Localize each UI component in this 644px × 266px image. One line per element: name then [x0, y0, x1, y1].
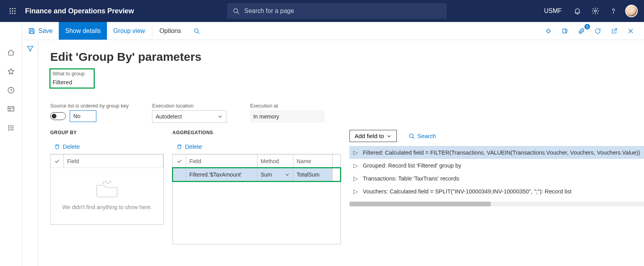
office-button[interactable] — [559, 25, 571, 37]
svg-marker-22 — [8, 69, 14, 75]
what-to-group-value[interactable]: Filtered — [50, 78, 94, 88]
agg-row-method-value: Sum — [260, 171, 272, 178]
trash-icon — [176, 144, 183, 150]
personalize-button[interactable] — [542, 25, 555, 37]
ds-item[interactable]: ▷ Grouped: Record list 'Filtered' group … — [349, 159, 644, 172]
home-icon — [7, 49, 15, 56]
search-icon — [409, 133, 415, 139]
refresh-button[interactable] — [592, 25, 604, 37]
empty-folder-icon — [94, 180, 119, 199]
svg-point-8 — [14, 13, 15, 14]
options-button[interactable]: Options — [153, 22, 187, 40]
agg-check-header[interactable] — [173, 155, 186, 168]
nav-home[interactable] — [2, 43, 20, 62]
find-button[interactable] — [187, 22, 206, 40]
agg-row-method[interactable]: Sum — [257, 168, 293, 181]
options-label: Options — [159, 27, 181, 35]
svg-point-34 — [103, 182, 103, 183]
svg-line-18 — [198, 32, 199, 33]
save-button[interactable]: Save — [22, 22, 59, 40]
attachments-button[interactable]: 0 — [575, 25, 588, 37]
agg-row-check[interactable] — [173, 168, 186, 181]
filter-icon — [26, 45, 34, 53]
group-view-button[interactable]: Group view — [107, 22, 151, 40]
nav-workspaces[interactable] — [2, 100, 20, 118]
add-field-to-button[interactable]: Add field to — [349, 130, 397, 142]
expander-icon[interactable]: ▷ — [353, 149, 359, 156]
diamond-icon — [545, 27, 552, 35]
check-icon — [54, 158, 60, 164]
popout-icon — [611, 27, 618, 35]
agg-row-field[interactable]: Filtered.'$TaxAmount' — [186, 168, 257, 181]
aggregations-delete-button[interactable]: Delete — [172, 141, 206, 152]
nav-favorites[interactable] — [2, 62, 20, 81]
ordered-value[interactable]: No — [70, 110, 96, 122]
exec-at-value: In memory — [250, 110, 324, 123]
office-icon — [561, 27, 568, 35]
ds-horizontal-scrollbar[interactable] — [349, 202, 644, 206]
user-avatar[interactable] — [625, 5, 638, 17]
expander-icon[interactable]: ▷ — [353, 188, 359, 195]
svg-point-9 — [234, 9, 238, 13]
ds-item-text: Filtered: Calculated field = FILTER(Tran… — [363, 149, 640, 156]
global-search-input[interactable] — [243, 7, 441, 15]
filter-pane-toggle[interactable] — [26, 45, 34, 266]
svg-line-10 — [237, 12, 239, 13]
workspaces-icon — [7, 105, 15, 113]
legal-entity-picker[interactable]: USMF — [540, 5, 566, 17]
attachment-icon — [578, 27, 585, 35]
groupby-empty-text: We didn't find anything to show here. — [62, 204, 152, 210]
group-view-label: Group view — [113, 27, 145, 35]
exec-loc-value: Autodetect — [156, 113, 182, 120]
check-icon — [176, 158, 183, 164]
exec-loc-label: Execution location — [152, 103, 226, 109]
chevron-down-icon — [386, 133, 392, 139]
groupby-header: Group by — [50, 130, 164, 135]
show-details-button[interactable]: Show details — [59, 22, 107, 40]
agg-field-header[interactable]: Field — [186, 155, 257, 168]
svg-point-17 — [195, 29, 199, 33]
settings-button[interactable] — [589, 5, 602, 17]
svg-point-12 — [613, 13, 613, 13]
global-search[interactable] — [227, 3, 447, 19]
save-icon — [28, 27, 35, 35]
nav-recents[interactable] — [2, 81, 20, 100]
groupby-check-header[interactable] — [51, 155, 64, 168]
bell-icon — [573, 7, 581, 15]
close-button[interactable] — [624, 25, 637, 37]
ds-search-button[interactable]: Search — [409, 133, 436, 139]
exec-loc-select[interactable]: Autodetect — [152, 110, 226, 123]
clock-icon — [7, 86, 15, 94]
expander-icon[interactable]: ▷ — [353, 162, 359, 169]
agg-method-header[interactable]: Method — [257, 155, 293, 168]
add-field-to-label: Add field to — [355, 133, 384, 139]
attachments-count-badge: 0 — [584, 24, 590, 29]
agg-name-header[interactable]: Name — [293, 155, 333, 168]
open-new-window-button[interactable] — [608, 25, 620, 37]
notifications-button[interactable] — [571, 5, 584, 17]
refresh-icon — [594, 27, 601, 35]
close-icon — [628, 28, 634, 34]
svg-rect-16 — [30, 31, 33, 33]
cmdbar-divider — [152, 25, 152, 36]
agg-row[interactable]: Filtered.'$TaxAmount' Sum TotalSum — [173, 168, 340, 181]
nav-modules[interactable] — [2, 118, 20, 137]
svg-rect-19 — [546, 29, 550, 33]
ordered-toggle[interactable] — [50, 112, 66, 120]
agg-row-name[interactable]: TotalSum — [293, 168, 333, 181]
groupby-delete-button[interactable]: Delete — [50, 141, 83, 152]
ds-item[interactable]: ▷ Filtered: Calculated field = FILTER(Tr… — [349, 146, 644, 159]
waffle-icon — [9, 7, 16, 15]
aggregations-header: Aggregations — [172, 130, 341, 135]
svg-point-11 — [595, 10, 597, 12]
search-icon — [194, 28, 200, 34]
app-launcher-button[interactable] — [3, 2, 22, 20]
svg-point-27 — [8, 126, 9, 126]
expander-icon[interactable]: ▷ — [353, 175, 359, 182]
exec-at-label: Execution at — [250, 103, 324, 109]
ds-item[interactable]: ▷ Vouchers: Calculated field = SPLIT("IN… — [349, 185, 644, 198]
help-button[interactable] — [607, 5, 620, 17]
ds-item[interactable]: ▷ Transactions: Table 'TaxTrans' records — [349, 172, 644, 185]
svg-point-37 — [110, 182, 110, 182]
groupby-field-header[interactable]: Field — [64, 155, 163, 168]
